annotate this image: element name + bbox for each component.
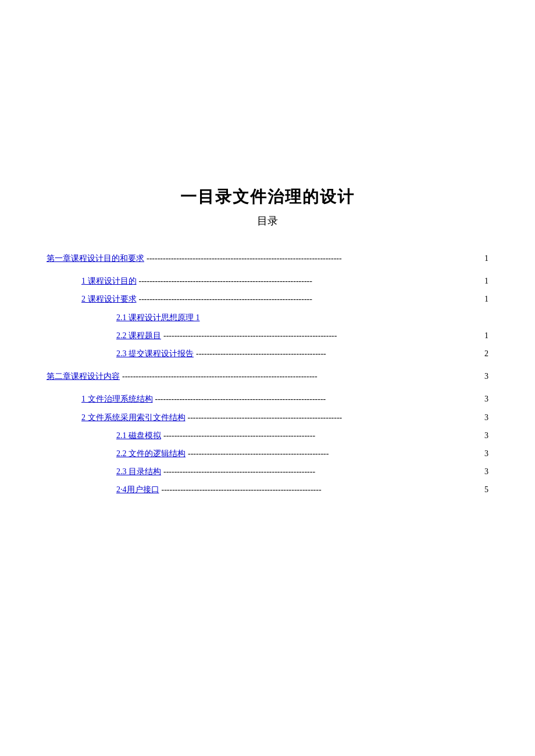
toc-link-toc9[interactable]: 2 文件系统采用索引文件结构 <box>81 410 186 425</box>
toc-page-toc12: 3 <box>484 464 488 479</box>
toc-entry-toc12: 2.3 目录结构--------------------------------… <box>116 464 488 479</box>
toc-link-toc4[interactable]: 2.1 课程设计思想原理 1 <box>116 310 200 325</box>
main-title: 一目录文件治理的设计 <box>47 186 488 208</box>
toc-dots-toc8: ----------------------------------------… <box>153 392 485 406</box>
toc-dots-toc5: ----------------------------------------… <box>161 328 484 343</box>
subtitle: 目录 <box>47 214 488 228</box>
toc-page-toc10: 3 <box>484 428 488 443</box>
toc-entry-toc3: 2 课程设计要求--------------------------------… <box>81 292 488 306</box>
toc-dots-toc12: ----------------------------------------… <box>161 464 484 479</box>
toc-dots-toc2: ----------------------------------------… <box>137 274 485 288</box>
toc-dots-toc9: ----------------------------------------… <box>186 410 485 425</box>
toc-entry-toc5: 2.2 课程题目--------------------------------… <box>116 328 488 343</box>
table-of-contents: 第一章课程设计目的和要求----------------------------… <box>47 251 488 497</box>
toc-dots-toc11: ----------------------------------------… <box>186 446 484 461</box>
toc-page-toc2: 1 <box>484 274 488 288</box>
toc-entry-toc10: 2.1 磁盘模拟--------------------------------… <box>116 428 488 443</box>
document-page: 一目录文件治理的设计 目录 第一章课程设计目的和要求--------------… <box>0 0 535 756</box>
toc-dots-toc13: ----------------------------------------… <box>159 482 485 497</box>
toc-link-toc2[interactable]: 1 课程设计目的 <box>81 274 137 288</box>
toc-page-toc11: 3 <box>484 446 488 461</box>
toc-dots-toc7: ----------------------------------------… <box>120 369 484 384</box>
toc-dots-toc1: ----------------------------------------… <box>144 251 484 266</box>
toc-page-toc8: 3 <box>484 392 488 406</box>
toc-entry-toc13: 2·4用户接口 --------------------------------… <box>116 482 488 497</box>
toc-link-toc13[interactable]: 2·4用户接口 <box>116 482 159 497</box>
toc-page-toc6: 2 <box>484 346 488 361</box>
toc-entry-toc8: 1 文件治理系统结构 -----------------------------… <box>81 392 488 406</box>
toc-entry-toc7: 第二章课程设计内容-------------------------------… <box>47 369 488 384</box>
toc-link-toc6[interactable]: 2.3 提交课程设计报告 <box>116 346 194 361</box>
toc-link-toc12[interactable]: 2.3 目录结构 <box>116 464 161 479</box>
toc-entry-toc2: 1 课程设计目的--------------------------------… <box>81 274 488 288</box>
toc-link-toc7[interactable]: 第二章课程设计内容 <box>47 369 120 384</box>
toc-link-toc8[interactable]: 1 文件治理系统结构 <box>81 392 153 406</box>
toc-link-toc3[interactable]: 2 课程设计要求 <box>81 292 137 306</box>
toc-link-toc11[interactable]: 2.2 文件的逻辑结构 <box>116 446 186 461</box>
toc-entry-toc4: 2.1 课程设计思想原理 1 <box>116 310 488 325</box>
toc-dots-toc10: ----------------------------------------… <box>161 428 484 443</box>
toc-entry-toc1: 第一章课程设计目的和要求----------------------------… <box>47 251 488 266</box>
toc-link-toc1[interactable]: 第一章课程设计目的和要求 <box>47 251 144 266</box>
toc-page-toc1: 1 <box>484 251 488 266</box>
toc-entry-toc9: 2 文件系统采用索引文件结构--------------------------… <box>81 410 488 425</box>
toc-page-toc13: 5 <box>484 482 488 497</box>
toc-page-toc7: 3 <box>484 369 488 384</box>
toc-entry-toc11: 2.2 文件的逻辑结构-----------------------------… <box>116 446 488 461</box>
toc-entry-toc6: 2.3 提交课程设计报告----------------------------… <box>116 346 488 361</box>
toc-link-toc5[interactable]: 2.2 课程题目 <box>116 328 161 343</box>
toc-page-toc9: 3 <box>484 410 488 425</box>
toc-page-toc3: 1 <box>484 292 488 306</box>
toc-dots-toc6: ----------------------------------------… <box>194 346 484 361</box>
toc-link-toc10[interactable]: 2.1 磁盘模拟 <box>116 428 161 443</box>
toc-page-toc5: 1 <box>484 328 488 343</box>
toc-dots-toc3: ----------------------------------------… <box>137 292 485 306</box>
